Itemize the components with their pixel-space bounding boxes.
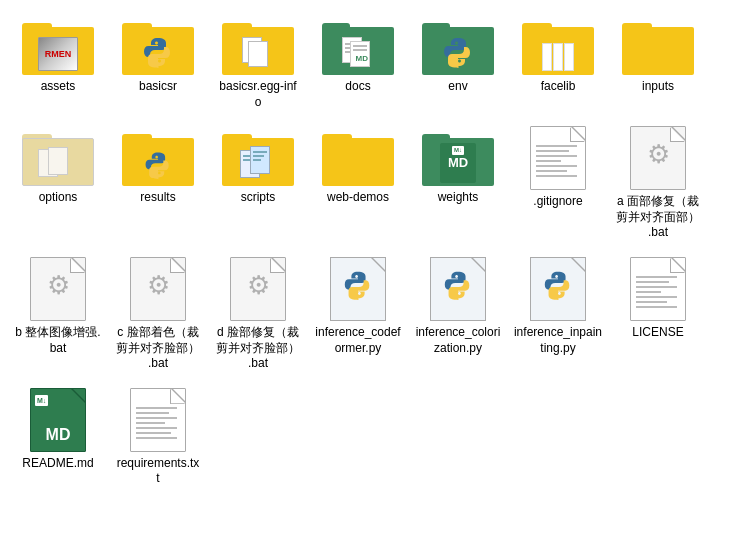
- file-b-bat[interactable]: ⚙ b 整体图像增强. bat: [10, 252, 106, 377]
- folder-env[interactable]: env: [410, 10, 506, 115]
- c-bat-label: c 脸部着色（裁 剪并对齐脸部） .bat: [116, 325, 200, 372]
- facelib-folder-icon: [522, 15, 594, 75]
- file-inference-codeformer[interactable]: inference_codef ormer.py: [310, 252, 406, 377]
- inference-codeformer-icon: [330, 257, 386, 321]
- options-label: options: [39, 190, 78, 206]
- facelib-label: facelib: [541, 79, 576, 95]
- folder-options[interactable]: options: [10, 121, 106, 246]
- scripts-label: scripts: [241, 190, 276, 206]
- file-license[interactable]: LICENSE: [610, 252, 706, 377]
- inputs-label: inputs: [642, 79, 674, 95]
- python-logo-codeformer: [341, 268, 375, 302]
- python-logo-colorization: [441, 268, 475, 302]
- basicsr-label: basicsr: [139, 79, 177, 95]
- license-label: LICENSE: [632, 325, 683, 341]
- gitignore-label: .gitignore: [533, 194, 582, 210]
- python-logo-basicsr: [140, 34, 176, 70]
- requirements-label: requirements.tx t: [117, 456, 200, 487]
- a-bat-label: a 面部修复（裁 剪并对齐面部） .bat: [616, 194, 700, 241]
- readme-label: README.md: [22, 456, 93, 472]
- weights-folder-icon: M↓ MD: [422, 126, 494, 186]
- folder-docs[interactable]: MD docs: [310, 10, 406, 115]
- file-requirements[interactable]: requirements.tx t: [110, 383, 206, 492]
- a-bat-file-icon: ⚙: [630, 126, 686, 190]
- web-demos-folder-icon: [322, 126, 394, 186]
- python-logo-env: [440, 34, 476, 70]
- env-label: env: [448, 79, 467, 95]
- assets-overlay: RMEN: [38, 37, 78, 71]
- file-d-bat[interactable]: ⚙ d 脸部修复（裁 剪并对齐脸部） .bat: [210, 252, 306, 377]
- inference-inpainting-icon: [530, 257, 586, 321]
- python-logo-inpainting: [541, 268, 575, 302]
- docs-label: docs: [345, 79, 370, 95]
- basicsr-folder-icon: [122, 15, 194, 75]
- readme-file-icon: M↓ MD: [30, 388, 86, 452]
- results-label: results: [140, 190, 175, 206]
- basicsr-egg-folder-icon: [222, 15, 294, 75]
- file-inference-inpainting[interactable]: inference_inpain ting.py: [510, 252, 606, 377]
- file-a-bat[interactable]: ⚙ a 面部修复（裁 剪并对齐面部） .bat: [610, 121, 706, 246]
- inference-inpainting-label: inference_inpain ting.py: [514, 325, 602, 356]
- python-logo-results: [142, 149, 174, 181]
- file-inference-colorization[interactable]: inference_colori zation.py: [410, 252, 506, 377]
- folder-basicsr-egg-info[interactable]: basicsr.egg-inf o: [210, 10, 306, 115]
- results-folder-icon: [122, 126, 194, 186]
- c-bat-file-icon: ⚙: [130, 257, 186, 321]
- folder-scripts[interactable]: scripts: [210, 121, 306, 246]
- file-c-bat[interactable]: ⚙ c 脸部着色（裁 剪并对齐脸部） .bat: [110, 252, 206, 377]
- basicsr-egg-label: basicsr.egg-inf o: [219, 79, 296, 110]
- assets-folder-icon: RMEN: [22, 15, 94, 75]
- file-explorer: RMEN assets basicsr: [10, 10, 738, 492]
- folder-assets[interactable]: RMEN assets: [10, 10, 106, 115]
- web-demos-label: web-demos: [327, 190, 389, 206]
- inference-colorization-label: inference_colori zation.py: [416, 325, 501, 356]
- folder-results[interactable]: results: [110, 121, 206, 246]
- options-folder-icon: [22, 126, 94, 186]
- inference-codeformer-label: inference_codef ormer.py: [315, 325, 400, 356]
- b-bat-file-icon: ⚙: [30, 257, 86, 321]
- file-readme[interactable]: M↓ MD README.md: [10, 383, 106, 492]
- assets-label: assets: [41, 79, 76, 95]
- inputs-folder-icon: [622, 15, 694, 75]
- requirements-file-icon: [130, 388, 186, 452]
- folder-web-demos[interactable]: web-demos: [310, 121, 406, 246]
- folder-facelib[interactable]: facelib: [510, 10, 606, 115]
- docs-folder-icon: MD: [322, 15, 394, 75]
- file-gitignore[interactable]: .gitignore: [510, 121, 606, 246]
- weights-label: weights: [438, 190, 479, 206]
- gitignore-file-icon: [530, 126, 586, 190]
- folder-inputs[interactable]: inputs: [610, 10, 706, 115]
- folder-weights[interactable]: M↓ MD weights: [410, 121, 506, 246]
- folder-basicsr[interactable]: basicsr: [110, 10, 206, 115]
- b-bat-label: b 整体图像增强. bat: [15, 325, 100, 356]
- inference-colorization-icon: [430, 257, 486, 321]
- license-file-icon: [630, 257, 686, 321]
- env-folder-icon: [422, 15, 494, 75]
- d-bat-file-icon: ⚙: [230, 257, 286, 321]
- scripts-folder-icon: [222, 126, 294, 186]
- d-bat-label: d 脸部修复（裁 剪并对齐脸部） .bat: [216, 325, 300, 372]
